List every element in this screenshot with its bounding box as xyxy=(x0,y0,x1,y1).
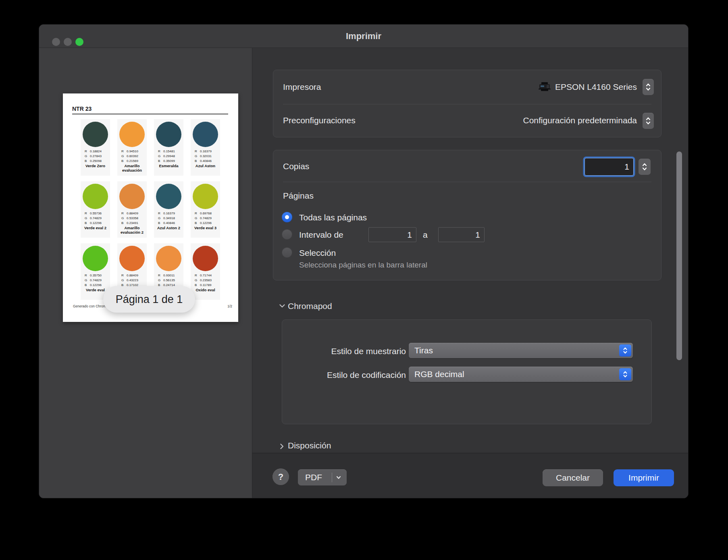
rgb-value-row: R0.15481 xyxy=(158,149,182,154)
encoding-style-label: Estilo de codificación xyxy=(285,370,406,380)
chevron-right-icon[interactable] xyxy=(280,443,284,450)
rgb-value-row: G0.60392 xyxy=(121,154,146,159)
page-range-radio[interactable] xyxy=(282,229,292,240)
swatch-color-circle xyxy=(156,184,181,209)
rgb-value-row: B0.12296 xyxy=(85,221,109,226)
pdf-menu-button[interactable]: PDF xyxy=(298,469,347,485)
page-count-overlay: Página 1 de 1 xyxy=(103,286,195,313)
swatch-name: Oxido eval xyxy=(191,288,220,292)
rgb-value-row: B0.40846 xyxy=(158,221,182,226)
swatch-card: R0.88409G0.53358B0.23491Amarillo evaluac… xyxy=(117,181,147,238)
swatch-name: Verde Zero xyxy=(81,164,110,168)
chevron-down-icon[interactable] xyxy=(279,304,285,308)
swatch-color-circle xyxy=(193,184,218,209)
swatch-card: R0.18824G0.27843B0.25098Verde Zero xyxy=(81,119,110,176)
swatch-rgb-values: R0.93011G0.56135B0.24714 xyxy=(158,273,182,288)
printer-stepper-icon[interactable] xyxy=(643,79,654,95)
presets-select[interactable]: Configuración predeterminada xyxy=(523,116,637,125)
presets-stepper-icon[interactable] xyxy=(643,113,654,129)
dropdown-arrows-icon xyxy=(619,368,631,380)
cancel-button[interactable]: Cancelar xyxy=(543,469,603,486)
selection-radio[interactable] xyxy=(282,247,292,258)
swatch-name: Azul Aston 2 xyxy=(154,226,183,230)
swatch-color-circle xyxy=(83,184,108,209)
swatch-color-circle xyxy=(193,246,218,271)
dropdown-arrows-icon xyxy=(619,344,631,357)
encoding-style-dropdown[interactable]: RGB decimal xyxy=(409,367,633,382)
rgb-value-row: B0.23491 xyxy=(121,221,146,226)
swatch-card: R0.94510G0.60392B0.21569Amarillo evaluac… xyxy=(117,119,147,176)
all-pages-radio[interactable] xyxy=(282,212,292,222)
presets-value: Configuración predeterminada xyxy=(523,116,637,125)
swatch-color-circle xyxy=(119,246,145,271)
swatch-style-label: Estilo de muestrario xyxy=(285,346,406,356)
swatch-style-dropdown[interactable]: Tiras xyxy=(409,343,633,358)
pdf-button-label: PDF xyxy=(305,469,322,485)
swatch-card: R0.71744G0.23583B0.11789Oxido eval xyxy=(191,243,220,300)
chromapod-box: Estilo de muestrario Tiras Estilo de cod… xyxy=(282,319,652,424)
rgb-value-row: R0.88409 xyxy=(121,273,146,278)
rgb-value-row: G0.27843 xyxy=(85,154,109,159)
document-title: NTR 23 xyxy=(72,106,92,112)
rgb-value-row: G0.74829 xyxy=(85,278,109,283)
settings-scroll-area: Impresora EPSON L4160 Series xyxy=(252,48,688,453)
rgb-value-row: R0.16379 xyxy=(195,149,219,154)
copies-label: Copias xyxy=(283,162,309,171)
rgb-value-row: G0.56135 xyxy=(158,278,182,283)
chromapod-section-title[interactable]: Chromapod xyxy=(288,301,332,311)
help-button[interactable]: ? xyxy=(272,469,289,485)
divider xyxy=(332,473,332,482)
scrollbar-thumb[interactable] xyxy=(676,151,682,360)
divider xyxy=(283,182,651,182)
rgb-value-row: G0.34918 xyxy=(158,216,182,221)
chevron-down-icon xyxy=(336,475,341,480)
swatch-color-circle xyxy=(156,246,181,271)
screen-background: Imprimir NTR 23 R0.18824G0.27843B0.25098… xyxy=(0,0,728,560)
swatch-name: Amarillo evaluación xyxy=(118,164,146,172)
presets-label: Preconfiguraciones xyxy=(283,116,356,125)
swatch-grid: R0.18824G0.27843B0.25098Verde ZeroR0.945… xyxy=(81,119,220,300)
print-dialog: Imprimir NTR 23 R0.18824G0.27843B0.25098… xyxy=(39,24,688,498)
rgb-value-row: R0.71744 xyxy=(195,273,219,278)
rgb-value-row: R0.35750 xyxy=(85,273,109,278)
title-underline xyxy=(72,114,228,114)
pages-label: Páginas xyxy=(283,191,314,201)
swatch-card: R0.16379G0.32031B0.40846Azul Aston xyxy=(191,119,220,176)
swatch-style-value: Tiras xyxy=(414,343,433,358)
print-button[interactable]: Imprimir xyxy=(614,469,674,486)
printer-select[interactable]: EPSON L4160 Series xyxy=(538,82,637,92)
swatch-name: Verde eval 3 xyxy=(191,226,220,230)
rgb-value-row: R0.16379 xyxy=(158,211,182,216)
rgb-value-row: B0.12296 xyxy=(85,283,109,288)
swatch-card: R0.16379G0.34918B0.40846Azul Aston 2 xyxy=(154,181,183,238)
range-to-input[interactable] xyxy=(438,227,485,242)
printer-presets-box: Impresora EPSON L4160 Series xyxy=(273,70,661,137)
swatch-rgb-values: R0.88409G0.53358B0.23491 xyxy=(121,211,146,226)
page-footer-number: 1/2 xyxy=(227,304,232,308)
rgb-value-row: B0.11789 xyxy=(195,283,219,288)
copies-stepper[interactable] xyxy=(639,159,651,175)
layout-section-title[interactable]: Disposición xyxy=(288,441,331,450)
swatch-rgb-values: R0.35750G0.74829B0.12296 xyxy=(85,273,109,288)
rgb-value-row: G0.74829 xyxy=(85,216,109,221)
page-range-radio-label: Intervalo de xyxy=(299,230,343,240)
swatch-rgb-values: R0.16379G0.32031B0.40846 xyxy=(195,149,219,164)
swatch-rgb-values: R0.69768G0.74829B0.12296 xyxy=(195,211,219,226)
range-separator-label: a xyxy=(423,230,428,240)
selection-hint: Selecciona páginas en la barra lateral xyxy=(299,261,427,270)
window-title: Imprimir xyxy=(39,25,688,48)
copies-input[interactable] xyxy=(584,158,634,176)
printer-label: Impresora xyxy=(283,82,321,92)
swatch-name: Amarillo evaluación 2 xyxy=(118,226,146,234)
swatch-color-circle xyxy=(83,122,108,147)
swatch-name: Esmeralda xyxy=(154,164,183,168)
title-bar: Imprimir xyxy=(39,25,688,48)
all-pages-radio-label: Todas las páginas xyxy=(299,213,367,222)
rgb-value-row: R0.18824 xyxy=(85,149,109,154)
swatch-rgb-values: R0.94510G0.60392B0.21569 xyxy=(121,149,146,164)
rgb-value-row: G0.53358 xyxy=(121,216,146,221)
rgb-value-row: G0.32031 xyxy=(195,154,219,159)
swatch-name: Azul Aston xyxy=(191,164,220,168)
rgb-value-row: G0.43223 xyxy=(121,278,146,283)
range-from-input[interactable] xyxy=(368,227,416,242)
